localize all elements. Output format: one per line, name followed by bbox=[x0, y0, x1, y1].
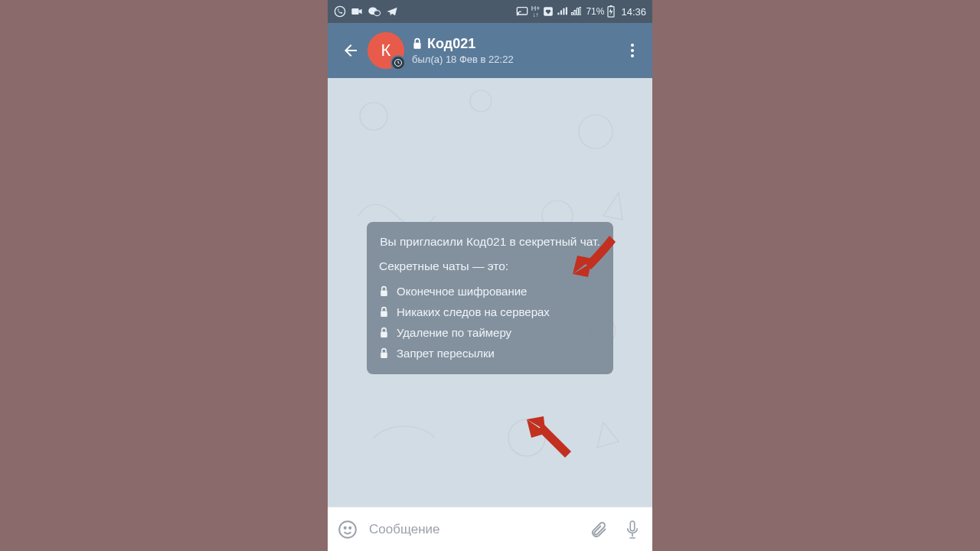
chat-title-area[interactable]: Код021 был(а) 18 Фев в 22:22 bbox=[412, 35, 617, 67]
avatar-initial: К bbox=[381, 41, 391, 60]
last-seen-text: был(а) 18 Фев в 22:22 bbox=[412, 54, 617, 66]
lock-icon bbox=[379, 347, 389, 359]
feature-text: Никаких следов на серверах bbox=[397, 305, 550, 318]
feature-row: Запрет пересылки bbox=[377, 343, 603, 364]
svg-rect-1 bbox=[351, 8, 358, 15]
arrow-left-icon bbox=[341, 41, 360, 60]
back-button[interactable] bbox=[334, 34, 368, 67]
signal-icon-2 bbox=[570, 7, 581, 16]
emoji-button[interactable] bbox=[335, 517, 360, 542]
svg-rect-28 bbox=[630, 521, 635, 531]
lock-icon bbox=[379, 285, 389, 297]
chat-body[interactable]: Вы пригласили Код021 в секретный чат. Се… bbox=[328, 78, 652, 507]
clock-time: 14:36 bbox=[621, 6, 646, 18]
svg-rect-21 bbox=[381, 290, 387, 296]
svg-point-26 bbox=[345, 527, 346, 528]
phone-frame: H+ ↓↑ 71% 14:36 К bbox=[328, 0, 652, 551]
svg-rect-24 bbox=[381, 352, 387, 358]
svg-point-11 bbox=[631, 44, 634, 47]
svg-rect-22 bbox=[381, 311, 387, 317]
attach-button[interactable] bbox=[586, 517, 611, 542]
message-input[interactable] bbox=[369, 522, 577, 537]
network-type-label: H+ ↓↑ bbox=[531, 5, 541, 18]
contact-avatar[interactable]: К bbox=[368, 32, 404, 69]
svg-point-12 bbox=[631, 49, 634, 52]
svg-point-13 bbox=[631, 54, 634, 57]
svg-rect-23 bbox=[381, 331, 387, 337]
svg-point-27 bbox=[349, 527, 351, 528]
lock-icon bbox=[379, 327, 389, 338]
feature-row: Никаких следов на серверах bbox=[377, 302, 603, 322]
svg-point-15 bbox=[470, 90, 492, 112]
svg-point-3 bbox=[374, 11, 380, 16]
secret-chat-info-card: Вы пригласили Код021 в секретный чат. Се… bbox=[367, 222, 613, 374]
feature-text: Запрет пересылки bbox=[397, 347, 495, 360]
svg-point-20 bbox=[508, 419, 545, 456]
kebab-icon bbox=[631, 44, 634, 57]
battery-charging-icon bbox=[607, 5, 615, 18]
android-status-bar: H+ ↓↑ 71% 14:36 bbox=[328, 0, 652, 23]
more-options-button[interactable] bbox=[617, 34, 648, 67]
microphone-icon bbox=[624, 520, 641, 540]
chat-title: Код021 bbox=[427, 35, 475, 53]
feature-row: Оконечное шифрование bbox=[377, 281, 603, 302]
smile-icon bbox=[338, 520, 358, 540]
svg-point-14 bbox=[360, 103, 387, 130]
signal-icon-1 bbox=[557, 7, 567, 16]
status-right-icons: H+ ↓↑ 71% 14:36 bbox=[516, 5, 646, 18]
svg-rect-10 bbox=[413, 43, 420, 49]
feature-text: Оконечное шифрование bbox=[397, 285, 527, 298]
svg-point-5 bbox=[517, 15, 518, 15]
heart-notif-icon bbox=[543, 6, 554, 17]
wechat-icon bbox=[368, 6, 381, 17]
svg-point-0 bbox=[335, 6, 345, 16]
status-left-icons bbox=[334, 5, 398, 18]
info-heading: Секретные чаты — это: bbox=[377, 259, 603, 273]
telegram-icon bbox=[386, 6, 398, 17]
svg-point-16 bbox=[579, 115, 612, 148]
lock-icon bbox=[379, 306, 389, 318]
svg-rect-8 bbox=[610, 5, 612, 7]
camera-icon bbox=[351, 6, 363, 17]
paperclip-icon bbox=[590, 520, 608, 539]
feature-text: Удаление по таймеру bbox=[397, 326, 511, 339]
lock-icon bbox=[412, 37, 423, 50]
viber-icon bbox=[334, 5, 346, 18]
battery-percentage: 71% bbox=[586, 6, 604, 17]
info-invite-text: Вы пригласили Код021 в секретный чат. bbox=[377, 234, 603, 250]
secret-chat-timer-badge bbox=[390, 55, 406, 70]
message-input-bar bbox=[328, 507, 652, 551]
clock-icon bbox=[394, 58, 403, 67]
chat-header: К Код021 был(а) 18 Фев в 22:22 bbox=[328, 23, 652, 78]
cast-icon bbox=[516, 6, 528, 17]
feature-row: Удаление по таймеру bbox=[377, 322, 603, 343]
voice-button[interactable] bbox=[620, 517, 645, 542]
svg-point-25 bbox=[339, 521, 356, 538]
